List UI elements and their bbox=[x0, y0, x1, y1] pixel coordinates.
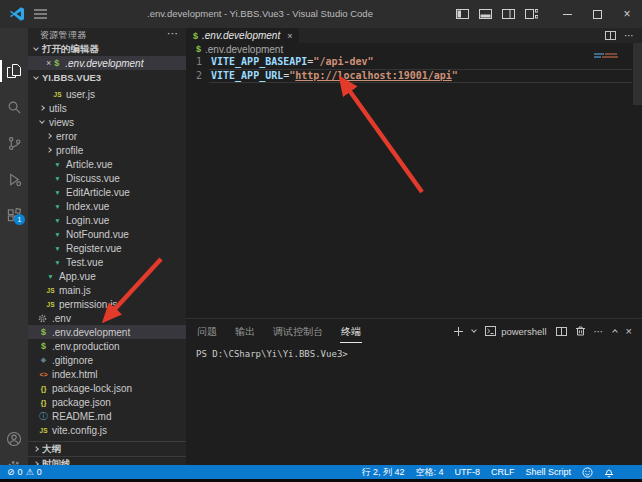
more-actions-icon[interactable]: ⋯ bbox=[594, 326, 604, 337]
maximize-panel-icon[interactable] bbox=[612, 329, 618, 335]
indentation[interactable]: 空格: 4 bbox=[415, 466, 443, 479]
close-panel-icon[interactable]: × bbox=[626, 325, 632, 337]
open-editor-filename: .env.development bbox=[65, 58, 143, 69]
run-and-debug-icon[interactable] bbox=[0, 166, 28, 192]
tree-item-notfound-vue[interactable]: ▼NotFound.vue bbox=[28, 227, 186, 241]
language-mode[interactable]: Shell Script bbox=[525, 467, 571, 477]
bottom-panel: 问题输出调试控制台终端 powershell ⋯ × PS D:\CSharp\… bbox=[186, 318, 642, 465]
extensions-icon[interactable]: 1 bbox=[0, 202, 28, 228]
toggle-sidebar-icon[interactable] bbox=[456, 9, 469, 19]
tree-item-package-json[interactable]: {}package.json bbox=[28, 395, 186, 409]
tree-item-env[interactable]: .env bbox=[28, 311, 186, 325]
outline-section[interactable]: 大纲 bbox=[28, 441, 186, 456]
minimize-button[interactable] bbox=[552, 0, 582, 28]
timeline-section[interactable]: 时间线 bbox=[28, 456, 186, 465]
close-button[interactable]: × bbox=[612, 0, 642, 28]
chevron-down-icon bbox=[33, 45, 39, 51]
toggle-secondary-sidebar-icon[interactable] bbox=[502, 9, 515, 19]
open-editors-section[interactable]: 打开的编辑器 bbox=[28, 42, 186, 56]
panel-tab-终端[interactable]: 终端 bbox=[340, 320, 362, 343]
problems-status[interactable]: ⊘ 0 ⚠ 0 bbox=[0, 467, 42, 477]
project-section-header[interactable]: YI.BBS.VUE3 bbox=[28, 70, 186, 85]
sidebar-header: 资源管理器 ⋯ bbox=[28, 28, 186, 42]
tree-item-index-html[interactable]: <>index.html bbox=[28, 367, 186, 381]
menu-icon[interactable] bbox=[34, 9, 47, 19]
shellscript-file-icon: $ bbox=[51, 58, 62, 68]
diamond-file-icon: ◆ bbox=[38, 356, 49, 364]
toggle-panel-icon[interactable] bbox=[479, 9, 492, 19]
editor-scrollbar[interactable] bbox=[633, 43, 642, 105]
code-editor[interactable]: 1VITE_APP_BASEAPI="/api-dev"2VITE_APP_UR… bbox=[186, 55, 642, 83]
tab-close-icon[interactable]: × bbox=[287, 31, 292, 41]
tree-item-views[interactable]: views bbox=[28, 115, 186, 129]
split-terminal-icon[interactable] bbox=[556, 327, 567, 336]
tree-item-editarticle-vue[interactable]: ▼EditArticle.vue bbox=[28, 185, 186, 199]
tree-item-env-development[interactable]: $.env.development bbox=[28, 325, 186, 339]
chevron-down-icon bbox=[39, 118, 45, 124]
encoding[interactable]: UTF-8 bbox=[454, 467, 480, 477]
terminal-prompt[interactable]: PS D:\CSharp\Yi\Yi.BBS.Vue3> bbox=[196, 349, 348, 359]
tree-item-discuss-vue[interactable]: ▼Discuss.vue bbox=[28, 171, 186, 185]
breadcrumb[interactable]: $ .env.development bbox=[186, 43, 642, 55]
more-actions-icon[interactable]: ⋯ bbox=[167, 28, 178, 40]
search-icon[interactable] bbox=[0, 94, 28, 120]
tree-item-label: views bbox=[49, 117, 74, 128]
minimap bbox=[594, 53, 622, 59]
tree-item-main-js[interactable]: JSmain.js bbox=[28, 283, 186, 297]
vue-file-icon: ▼ bbox=[52, 217, 63, 224]
tree-item-user-js[interactable]: JSuser.js bbox=[28, 87, 186, 101]
line-number: 1 bbox=[186, 55, 202, 69]
kill-terminal-icon[interactable] bbox=[576, 326, 585, 336]
tree-item-gitignore[interactable]: ◆.gitignore bbox=[28, 353, 186, 367]
tree-item-profile[interactable]: profile bbox=[28, 143, 186, 157]
tree-item-app-vue[interactable]: ▼App.vue bbox=[28, 269, 186, 283]
new-terminal-icon[interactable] bbox=[454, 327, 463, 336]
error-count: 0 bbox=[18, 467, 23, 477]
panel-tab-调试控制台[interactable]: 调试控制台 bbox=[272, 320, 324, 342]
tree-item-register-vue[interactable]: ▼Register.vue bbox=[28, 241, 186, 255]
code-line-1[interactable]: 1VITE_APP_BASEAPI="/api-dev" bbox=[186, 55, 642, 69]
tree-item-utils[interactable]: utils bbox=[28, 101, 186, 115]
account-icon[interactable] bbox=[0, 426, 28, 452]
customize-layout-icon[interactable] bbox=[525, 9, 538, 19]
tree-item-package-lock-json[interactable]: {}package-lock.json bbox=[28, 381, 186, 395]
cursor-position[interactable]: 行 2, 列 42 bbox=[361, 466, 404, 479]
powershell-terminal-icon[interactable] bbox=[485, 326, 496, 336]
panel-tab-输出[interactable]: 输出 bbox=[234, 320, 256, 342]
tree-item-label: EditArticle.vue bbox=[66, 187, 130, 198]
code-line-2[interactable]: 2VITE_APP_URL="http://localhost:19001/ap… bbox=[186, 69, 642, 83]
status-bar-right: 行 2, 列 42 空格: 4 UTF-8 CRLF Shell Script bbox=[361, 465, 614, 479]
eol-sequence[interactable]: CRLF bbox=[491, 467, 515, 477]
tree-item-index-vue[interactable]: ▼Index.vue bbox=[28, 199, 186, 213]
window-controls: × bbox=[552, 0, 642, 28]
tree-item-test-vue[interactable]: ▼Test.vue bbox=[28, 255, 186, 269]
tree-item-readme-md[interactable]: ⓘREADME.md bbox=[28, 409, 186, 423]
more-actions-icon[interactable]: ⋯ bbox=[624, 30, 634, 41]
split-editor-icon[interactable] bbox=[605, 31, 616, 40]
tree-item-env-production[interactable]: $.env.production bbox=[28, 339, 186, 353]
info-file-icon: ⓘ bbox=[38, 410, 49, 423]
tree-item-label: package.json bbox=[52, 397, 111, 408]
tree-item-vite-config-js[interactable]: JSvite.config.js bbox=[28, 423, 186, 437]
dollar-file-icon: $ bbox=[38, 327, 49, 337]
feedback-icon[interactable] bbox=[582, 467, 593, 478]
source-control-icon[interactable] bbox=[0, 130, 28, 156]
explorer-icon[interactable] bbox=[0, 58, 28, 84]
notifications-bell-icon[interactable] bbox=[604, 467, 614, 478]
error-circle-icon: ⊘ bbox=[7, 467, 15, 477]
terminal-dropdown-icon[interactable] bbox=[471, 327, 477, 333]
tree-item-article-vue[interactable]: ▼Article.vue bbox=[28, 157, 186, 171]
panel-tab-问题[interactable]: 问题 bbox=[196, 320, 218, 342]
vue-file-icon: ▼ bbox=[52, 231, 63, 238]
timeline-label: 时间线 bbox=[42, 458, 71, 466]
tab-env-development[interactable]: $ .env.development × bbox=[186, 28, 299, 43]
maximize-button[interactable] bbox=[582, 0, 612, 28]
line-number: 2 bbox=[186, 69, 202, 83]
open-editor-item[interactable]: × $ .env.development bbox=[28, 56, 186, 70]
tree-item-permission-js[interactable]: JSpermission.js bbox=[28, 297, 186, 311]
tree-item-label: utils bbox=[49, 103, 67, 114]
tree-item-error[interactable]: error bbox=[28, 129, 186, 143]
tree-item-login-vue[interactable]: ▼Login.vue bbox=[28, 213, 186, 227]
shell-name-label[interactable]: powershell bbox=[501, 326, 546, 337]
url-link[interactable]: http://localhost:19001/api bbox=[295, 70, 452, 81]
